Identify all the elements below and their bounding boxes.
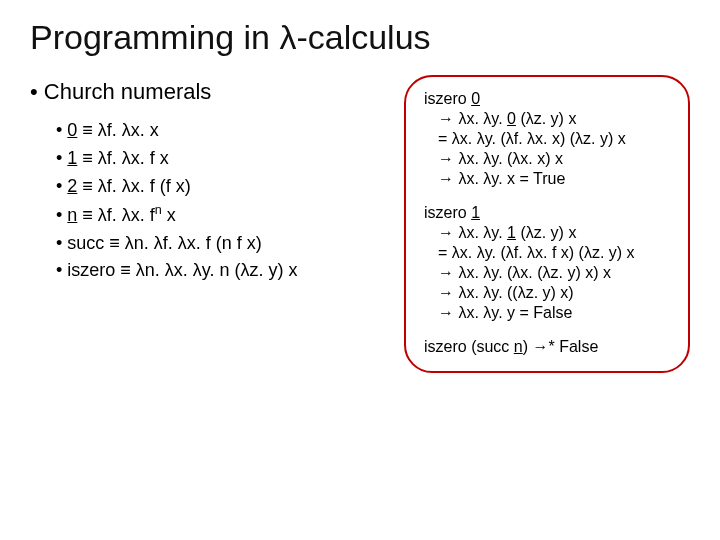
def-zero: 0 ≡ λf. λx. x: [56, 117, 400, 145]
example-iszero-succ: iszero (succ n) →* False: [424, 337, 670, 357]
def-succ: succ ≡ λn. λf. λx. f (n f x): [56, 230, 400, 258]
def-one: 1 ≡ λf. λx. f x: [56, 145, 400, 173]
right-column: iszero 0 → λx. λy. 0 (λz. y) x = λx. λy.…: [404, 79, 690, 373]
definition-list: 0 ≡ λf. λx. x 1 ≡ λf. λx. f x 2 ≡ λf. λx…: [56, 117, 400, 285]
left-column: Church numerals 0 ≡ λf. λx. x 1 ≡ λf. λx…: [30, 79, 404, 285]
step: → λx. λy. y = False: [424, 303, 670, 323]
step: → λx. λy. (λx. x) x: [424, 149, 670, 169]
step: → λx. λy. 1 (λz. y) x: [424, 223, 670, 243]
step: → λx. λy. (λx. (λz. y) x) x: [424, 263, 670, 283]
step: → λx. λy. x = True: [424, 169, 670, 189]
step: → λx. λy. 0 (λz. y) x: [424, 109, 670, 129]
example-iszero-1: iszero 1 → λx. λy. 1 (λz. y) x = λx. λy.…: [424, 203, 670, 323]
def-two: 2 ≡ λf. λx. f (f x): [56, 173, 400, 201]
slide-title: Programming in λ-calculus: [30, 18, 690, 57]
def-iszero: iszero ≡ λn. λx. λy. n (λz. y) x: [56, 257, 400, 285]
def-n: n ≡ λf. λx. fn x: [56, 201, 400, 230]
subheading: Church numerals: [30, 79, 400, 105]
example-iszero-0: iszero 0 → λx. λy. 0 (λz. y) x = λx. λy.…: [424, 89, 670, 189]
step: → λx. λy. ((λz. y) x): [424, 283, 670, 303]
step: = λx. λy. (λf. λx. f x) (λz. y) x: [424, 243, 670, 263]
step: = λx. λy. (λf. λx. x) (λz. y) x: [424, 129, 670, 149]
example-callout: iszero 0 → λx. λy. 0 (λz. y) x = λx. λy.…: [404, 75, 690, 373]
